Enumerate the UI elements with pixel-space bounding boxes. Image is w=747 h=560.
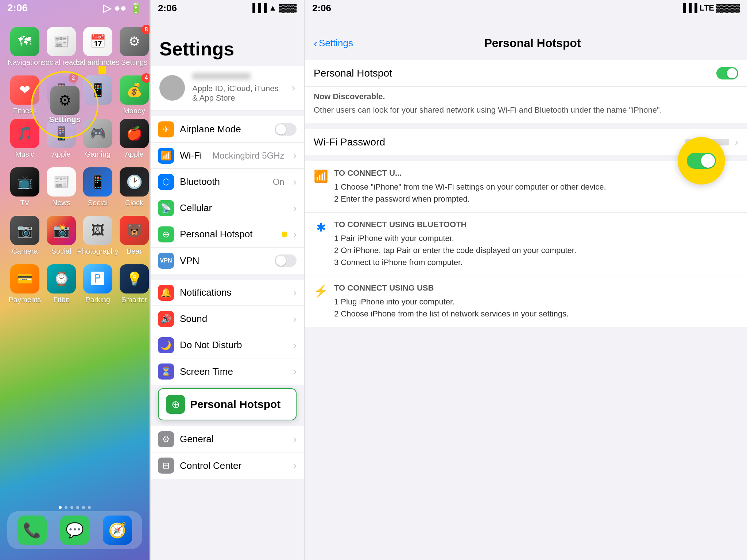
hotspot-tooltip-label: Personal Hotspot <box>190 398 280 411</box>
notifications-row[interactable]: 🔔 Notifications › <box>151 280 304 306</box>
hotspot-screen: 2:06 ▐▐▐ LTE ▓▓▓▓ ‹ Settings Personal Ho… <box>305 0 747 560</box>
hotspot-tooltip-container: ⊕ Personal Hotspot <box>158 385 297 420</box>
back-button[interactable]: ‹ Settings <box>314 37 353 50</box>
status-time: 2:06 <box>7 2 28 14</box>
app-photography[interactable]: 🖼 Photography <box>83 216 112 256</box>
control-center-row[interactable]: ⊞ Control Center › <box>151 452 304 479</box>
wifi-icon: ▲ <box>269 3 277 13</box>
news-icon: 📰 <box>47 167 76 197</box>
location-icon: ▷ <box>103 2 111 14</box>
app-payments[interactable]: 💳 Payments <box>10 264 39 304</box>
status-bar: 2:06 ▷ ●● 🔋 <box>0 0 150 16</box>
app-social-reads[interactable]: 📰 social reads <box>47 27 76 67</box>
hotspot-status-bar: 2:06 ▐▐▐ LTE ▓▓▓▓ <box>305 0 747 16</box>
photography-icon: 🖼 <box>83 216 112 245</box>
dot-3 <box>70 506 73 509</box>
social2-label: Social <box>51 247 71 256</box>
hotspot-toggle-on[interactable] <box>716 67 738 79</box>
discoverable-title: Now Discoverable. <box>314 90 738 102</box>
navigation-label: Navigation <box>8 58 42 67</box>
discoverable-section: Now Discoverable. Other users can look f… <box>305 86 747 123</box>
app-fitbit[interactable]: ⌚ Fitbit <box>47 264 76 304</box>
bluetooth-row[interactable]: ⬡ Bluetooth On › <box>151 169 304 195</box>
dock: 📞 💬 🧭 <box>7 511 142 549</box>
social-reads-icon: 📰 <box>47 27 76 56</box>
hotspot-chevron: › <box>293 229 297 240</box>
app-smarter[interactable]: 💡 Smarter <box>120 264 149 304</box>
app-gaming[interactable]: 🎮 Gaming <box>83 119 112 159</box>
wifi-row[interactable]: 📶 Wi-Fi Mockingbird 5GHz › <box>151 143 304 169</box>
settings-status-bar: 2:06 ▐▐▐ ▲ ▓▓▓ <box>151 0 304 16</box>
app-bear[interactable]: 🐻 Bear <box>120 216 149 256</box>
apple-apps-icon: 📱 <box>47 119 76 148</box>
control-center-icon: ⊞ <box>158 458 174 474</box>
app-navigation[interactable]: 🗺 Navigation <box>10 27 39 67</box>
page-dots <box>0 506 150 509</box>
general-label: General <box>180 433 287 445</box>
app-folder1[interactable]: 2 📱 <box>47 75 76 115</box>
payments-icon: 💳 <box>10 264 39 293</box>
messages-app[interactable]: 💬 <box>60 516 89 545</box>
hotspot-row[interactable]: ⊕ Personal Hotspot › <box>151 221 304 248</box>
app-parking[interactable]: 🅿 Parking <box>83 264 112 304</box>
settings-section-2: 🔔 Notifications › 🔊 Sound › 🌙 Do Not Dis… <box>151 280 304 385</box>
dnd-row[interactable]: 🌙 Do Not Disturb › <box>151 332 304 358</box>
fitbit-icon: ⌚ <box>47 264 76 293</box>
sound-label: Sound <box>180 313 287 324</box>
cellular-label: Cellular <box>180 202 287 214</box>
gaming-icon: 🎮 <box>83 119 112 148</box>
bluetooth-value: On <box>273 177 285 187</box>
app-social2[interactable]: 📸 Social <box>47 216 76 256</box>
bluetooth-chevron: › <box>293 176 297 188</box>
notifications-chevron: › <box>293 287 297 299</box>
app-folder2[interactable]: 📱 <box>83 75 112 115</box>
safari-app[interactable]: 🧭 <box>103 516 132 545</box>
app-news[interactable]: 📰 News <box>47 167 76 207</box>
app-clock[interactable]: 🕑 Clock <box>120 167 149 207</box>
phone-app[interactable]: 📞 <box>18 516 47 545</box>
cellular-row[interactable]: 📡 Cellular › <box>151 195 304 221</box>
vpn-toggle[interactable] <box>275 254 297 267</box>
profile-name-blurred <box>192 73 251 79</box>
app-money[interactable]: 4 💰 Money <box>120 75 149 115</box>
general-row[interactable]: ⚙ General › <box>151 426 304 452</box>
clock-icon: 🕑 <box>120 167 149 197</box>
app-apple2[interactable]: 🍎 Apple <box>120 119 149 159</box>
vpn-row[interactable]: VPN VPN <box>151 248 304 274</box>
app-fitness[interactable]: ❤ Fitness <box>10 75 39 115</box>
profile-cell[interactable]: Apple ID, iCloud, iTunes & App Store › <box>151 66 304 110</box>
airplane-toggle[interactable] <box>275 123 297 136</box>
settings-screen: 2:06 ▐▐▐ ▲ ▓▓▓ Settings Apple ID, iCloud… <box>151 0 304 560</box>
app-tv[interactable]: 📺 TV <box>10 167 39 207</box>
folder1-badge: 2 <box>69 73 78 83</box>
connect-bt-step3: 3 Connect to iPhone from computer. <box>334 256 738 268</box>
hotspot-main-row[interactable]: Personal Hotspot <box>305 60 747 86</box>
screentime-label: Screen Time <box>180 366 287 377</box>
cellular-icon: 📡 <box>158 200 174 216</box>
battery-icon2: ▓▓▓ <box>279 3 297 13</box>
dnd-chevron: › <box>293 339 297 351</box>
app-music[interactable]: 🎵 Music <box>10 119 39 159</box>
back-label: Settings <box>319 38 353 49</box>
dnd-label: Do Not Disturb <box>180 339 287 351</box>
music-label: Music <box>15 150 34 159</box>
app-grid: 🗺 Navigation 📰 social reads 📅 cal and no… <box>0 20 150 122</box>
hotspot-battery: ▓▓▓▓ <box>716 3 740 13</box>
app-apple-apps[interactable]: 📱 Apple <box>47 119 76 159</box>
screentime-row[interactable]: ⏳ Screen Time › <box>151 358 304 385</box>
fitbit-label: Fitbit <box>53 296 69 304</box>
app-camera[interactable]: 📷 Camera <box>10 216 39 256</box>
app-cal-notes[interactable]: 📅 cal and notes <box>83 27 112 67</box>
cal-notes-label: cal and notes <box>76 58 120 67</box>
sound-row[interactable]: 🔊 Sound › <box>151 306 304 332</box>
connect-bt-step1: 1 Pair iPhone with your computer. <box>334 232 738 244</box>
app-social-folder[interactable]: 📱 Social <box>83 167 112 207</box>
profile-text: Apple ID, iCloud, iTunes & App Store <box>192 73 285 103</box>
hotspot-time: 2:06 <box>312 3 331 14</box>
app-settings-row1[interactable]: 8 ⚙ Settings <box>120 27 149 67</box>
hotspot-page-title: Personal Hotspot <box>356 36 709 50</box>
connect-usb-title: TO CONNECT USING USB <box>334 283 738 293</box>
connect-wifi-title: TO CONNECT U... <box>334 168 738 178</box>
vpn-icon: VPN <box>158 253 174 269</box>
airplane-mode-row[interactable]: ✈ Airplane Mode <box>151 116 304 143</box>
